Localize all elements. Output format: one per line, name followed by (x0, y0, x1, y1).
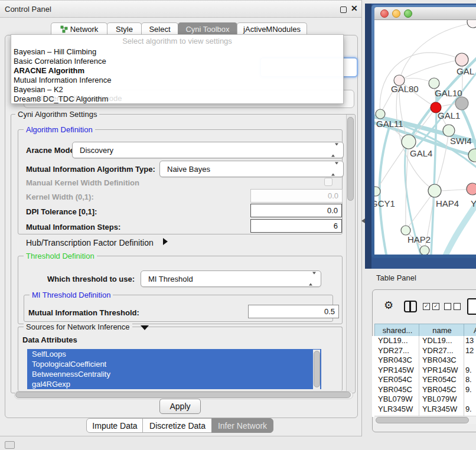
node-label: GAL80 (391, 84, 419, 94)
column-header-name[interactable]: name (419, 324, 465, 337)
node-partial-right[interactable] (468, 149, 476, 162)
tab-cyni-toolbox[interactable]: Cyni Toolbox (178, 22, 237, 35)
list-item[interactable]: SelfLoops (27, 349, 321, 359)
table-row[interactable]: YDL19...YDL19...13 (374, 336, 476, 346)
node-label: SWI4 (450, 136, 472, 146)
dropdown-item[interactable]: Bayesian – Hill Climbing (14, 47, 96, 57)
node-hap2[interactable] (401, 226, 410, 235)
new-table-icon[interactable] (467, 298, 476, 315)
tab-label: Cyni Toolbox (185, 25, 229, 34)
table-row[interactable]: YBR043CYBR043C (374, 356, 476, 366)
tab-network[interactable]: Network (51, 22, 107, 35)
tab-style[interactable]: Style (107, 22, 142, 35)
tab-discretize-data[interactable]: Discretize Data (142, 418, 213, 433)
dropdown-item[interactable]: Mutual Information Inference (14, 76, 111, 85)
dropdown-item[interactable]: Basic Correlation Inference (14, 57, 106, 66)
kernel-width-field: 0.0 (250, 189, 343, 203)
tab-label: Impute Data (92, 421, 137, 431)
mi-threshold-field[interactable]: 0.5 (248, 305, 339, 318)
threshold-definition-title: Threshold Definition (24, 252, 97, 260)
field-value: 0.0 (327, 206, 338, 215)
float-window-icon[interactable] (340, 6, 347, 13)
settings-hscrollbar-thumb[interactable] (15, 392, 351, 398)
dropdown-item-selected[interactable]: ARACNE Algorithm (14, 66, 84, 76)
expand-right-icon[interactable] (163, 238, 168, 245)
mi-steps-field[interactable]: 6 (250, 219, 342, 233)
tab-label: Discretize Data (149, 421, 206, 431)
deselect-all-columns-icon[interactable] (444, 303, 461, 310)
tab-jactivemnodules[interactable]: jActiveMNodules (237, 22, 307, 35)
dropdown-item[interactable]: Bayesian – K2 (14, 85, 63, 94)
select-all-columns-icon[interactable]: ✓✓ (423, 303, 439, 310)
table-hscrollbar-thumb[interactable] (376, 417, 469, 423)
node-gal10[interactable] (429, 78, 439, 89)
mi-algorithm-type-combo[interactable]: Naive Bayes (159, 161, 344, 177)
mi-algorithm-type-label: Mutual Information Algorithm Type: (26, 165, 155, 174)
hub-section-label[interactable]: Hub/Transcription Factor Definition (26, 238, 154, 247)
list-item[interactable]: TopologicalCoefficient (27, 359, 321, 369)
node-pink-right[interactable] (467, 183, 476, 195)
control-panel-titlebar: Control Panel ✕ (0, 1, 361, 18)
list-item[interactable]: gal4RGexp (27, 379, 321, 389)
node-partial-bottom[interactable] (420, 246, 429, 255)
node-swi4[interactable] (443, 125, 455, 136)
combo-value: Naive Bayes (167, 165, 210, 174)
minimize-traffic-icon[interactable] (392, 9, 400, 18)
node-gal11[interactable] (376, 109, 385, 119)
columns-icon[interactable] (404, 301, 417, 312)
table-row[interactable]: YPR145WYPR145W9. (374, 366, 476, 376)
table-row[interactable]: YDR27...YDR27...12 (374, 346, 476, 356)
table-row[interactable]: YLR345WYLR345W9. (374, 405, 476, 415)
gear-icon[interactable]: ⚙ (384, 299, 393, 312)
close-icon[interactable]: ✕ (351, 4, 358, 13)
stepper-arrows-icon (309, 275, 316, 283)
which-threshold-combo[interactable]: MI Threshold (141, 270, 321, 287)
minimized-panel-icon[interactable] (5, 441, 15, 449)
node-gal-partial[interactable] (455, 53, 468, 66)
table-row[interactable]: YBR045CYBR045C9. (374, 385, 476, 395)
node-gcy1[interactable] (374, 187, 380, 196)
tab-label: Network (70, 25, 99, 34)
table-row[interactable]: YER054CYER054C8. (374, 375, 476, 385)
apply-button[interactable]: Apply (159, 399, 201, 414)
tab-infer-network[interactable]: Infer Network (211, 418, 273, 433)
node-partial-top[interactable] (467, 20, 476, 28)
dropdown-placeholder: Select algorithm to view settings (11, 37, 343, 45)
field-value: 0.5 (324, 307, 335, 316)
column-header-shared-name[interactable]: shared... (374, 324, 420, 337)
algorithm-definition-title: Algorithm Definition (24, 125, 95, 134)
zoom-traffic-icon[interactable] (404, 9, 412, 18)
panel-title: Control Panel (5, 5, 51, 14)
network-canvas[interactable]: GAL GAL80 GAL10 GAL1 GAL11 SWI4 GAL4 GCY… (374, 20, 476, 255)
field-value: 0.0 (328, 191, 338, 200)
tab-select[interactable]: Select (141, 22, 178, 35)
settings-group-title: Cyni Algorithm Settings (15, 110, 99, 119)
data-attributes-label: Data Attributes (22, 335, 77, 344)
list-scrollbar-thumb[interactable] (314, 351, 320, 387)
tab-label: Style (116, 25, 133, 34)
close-traffic-icon[interactable] (380, 9, 389, 18)
aracne-mode-combo[interactable]: Discovery (72, 142, 344, 158)
node-label: GAL (457, 66, 474, 76)
data-table-combo-value: galFiltered.sif default node (32, 94, 209, 103)
node-gray[interactable] (455, 97, 468, 110)
manual-kernel-label: Manual Kernel Width Definition (26, 178, 139, 187)
table-body: YDL19...YDL19...13 YDR27...YDR27...12 YB… (372, 336, 476, 417)
manual-kernel-checkbox[interactable] (324, 178, 332, 186)
dpi-tolerance-label: DPI Tolerance [0,1]: (26, 207, 97, 216)
column-header-partial[interactable]: A (464, 324, 476, 337)
tab-impute-data[interactable]: Impute Data (86, 418, 144, 433)
column-label: shared... (383, 326, 413, 335)
settings-scrollbar-thumb[interactable] (347, 117, 354, 201)
table-gridline (419, 336, 419, 417)
node-gal4[interactable] (402, 135, 416, 149)
node-hap4[interactable] (428, 184, 441, 197)
node-label: GAL1 (438, 110, 460, 120)
list-item[interactable]: BetweennessCentrality (27, 369, 321, 379)
dpi-tolerance-field[interactable]: 0.0 (250, 204, 342, 217)
field-value: 6 (334, 221, 338, 230)
node-label: GAL10 (435, 88, 462, 98)
control-panel-window: Control Panel ✕ Network Style Select Cyn… (0, 0, 362, 436)
table-row[interactable]: YBL079WYBL079W (374, 394, 476, 405)
collapse-down-icon[interactable] (141, 325, 149, 330)
